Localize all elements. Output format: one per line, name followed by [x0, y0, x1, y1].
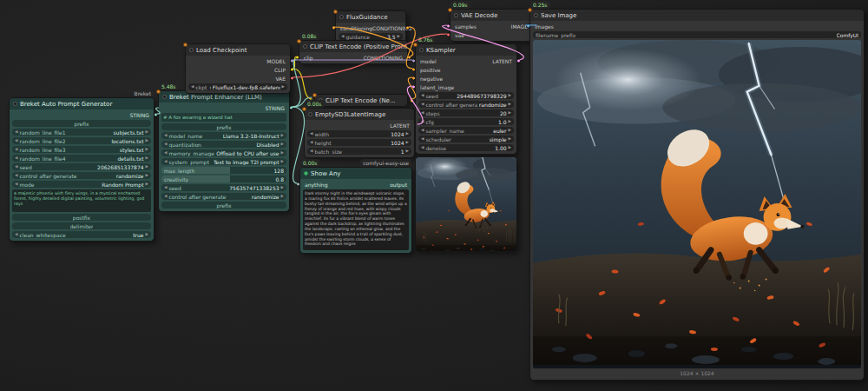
decrement-icon[interactable]: ◀	[421, 101, 424, 108]
widget-row[interactable]: ◀ random_line_file4 details.txt ▶	[12, 155, 151, 162]
decrement-icon[interactable]: ◀	[15, 163, 17, 170]
widget-row[interactable]: ◀ seed 294489673798329 ▶	[418, 92, 514, 99]
node-header[interactable]: Show Any	[300, 168, 411, 179]
node-flux-guidance[interactable]: FluxGuidance conditioning CONDITIONING ◀	[335, 10, 406, 43]
widget-row[interactable]: ◀ quantization Disabled ▶	[161, 141, 286, 148]
widget-row[interactable]: ◀ filename_prefix ComfyUI ▶	[533, 31, 861, 38]
node-header[interactable]: CLIP Text Encode (Ne...	[315, 95, 407, 106]
widget-row[interactable]: ◀ random_line_file2 locations.txt ▶	[12, 137, 151, 144]
widget-row[interactable]: ◀ prefix ▶	[161, 123, 286, 130]
anything-input-port[interactable]	[296, 182, 300, 187]
widget-row[interactable]: ◀ mode Random Prompt ▶	[12, 181, 151, 188]
widget-row[interactable]: ◀ memory_management Offload to CPU after…	[161, 149, 286, 156]
widget-row[interactable]: ◀ control after generate randomize ▶	[418, 101, 514, 108]
increment-icon[interactable]: ▶	[281, 184, 284, 191]
increment-icon[interactable]: ▶	[146, 146, 148, 153]
collapse-toggle-icon[interactable]	[162, 95, 167, 99]
decrement-icon[interactable]: ◀	[15, 181, 17, 188]
latent-output-port[interactable]	[516, 59, 521, 63]
collapse-toggle-icon[interactable]	[339, 15, 344, 19]
increment-icon[interactable]: ▶	[146, 231, 148, 238]
decrement-icon[interactable]: ◀	[164, 132, 167, 139]
images-input-port[interactable]	[526, 24, 530, 29]
decrement-icon[interactable]: ◀	[15, 155, 17, 162]
widget-row[interactable]: ◀ width 1024 ▶	[307, 130, 411, 137]
decrement-icon[interactable]: ◀	[164, 149, 167, 156]
decrement-icon[interactable]: ◀	[164, 184, 167, 191]
node-header[interactable]: FluxGuidance	[336, 11, 405, 23]
node-header[interactable]: CLIP Text Encode (Positive Prompt)	[299, 41, 407, 52]
widget-row[interactable]: ◀ random_line_file3 styles.txt ▶	[12, 146, 151, 153]
prompt-comment[interactable]: # A fox wearing a wizard hat	[161, 113, 286, 122]
increment-icon[interactable]: ▶	[282, 83, 285, 90]
increment-icon[interactable]: ▶	[146, 163, 148, 170]
samples-input-port[interactable]	[446, 24, 450, 29]
node-breket-auto-prompt-generator[interactable]: Breket Breket Auto Prompt Generator STRI…	[9, 97, 155, 242]
decrement-icon[interactable]: ◀	[15, 146, 17, 153]
decrement-icon[interactable]: ◀	[421, 109, 424, 116]
increment-icon[interactable]: ▶	[281, 193, 284, 200]
decrement-icon[interactable]: ◀	[421, 92, 424, 99]
node-show-any[interactable]: 0.00s comfyui-easy-use Show Any anything…	[299, 167, 412, 254]
prompt-textarea[interactable]: a majestic phoenix with fiery wings, in …	[12, 189, 151, 212]
increment-icon[interactable]: ▶	[509, 92, 511, 99]
conditioning-input-port[interactable]	[332, 26, 336, 30]
widget-row[interactable]: ◀ creativity 0.8 ▶	[161, 176, 286, 182]
latent-image-input-port[interactable]	[411, 85, 416, 89]
widget-row[interactable]: ◀ control after generate randomize ▶	[161, 193, 286, 200]
negative-input-port[interactable]	[411, 76, 416, 81]
increment-icon[interactable]: ▶	[146, 137, 148, 144]
node-save-image[interactable]: 0.25s Save Image images ◀ filename_prefi	[529, 9, 865, 381]
increment-icon[interactable]: ▶	[509, 109, 511, 116]
decrement-icon[interactable]: ◀	[15, 172, 17, 179]
increment-icon[interactable]: ▶	[509, 101, 511, 108]
collapse-toggle-icon[interactable]	[419, 48, 424, 52]
workflow-canvas[interactable]: Breket Breket Auto Prompt Generator STRI…	[0, 0, 868, 391]
widget-row[interactable]: ◀ sampler_name euler ▶	[418, 127, 514, 134]
collapse-toggle-icon[interactable]	[303, 44, 307, 49]
collapse-toggle-icon[interactable]	[534, 13, 538, 17]
increment-icon[interactable]: ▶	[406, 148, 409, 155]
node-header[interactable]: KSampler	[416, 44, 516, 56]
node-load-checkpoint[interactable]: Load Checkpoint MODEL CLIP VAE	[185, 43, 291, 94]
node-preview-image[interactable]	[415, 156, 517, 252]
widget-row[interactable]: ◀ system_prompt Text to image T2I prompt…	[161, 158, 286, 165]
widget-row[interactable]: ◀ control after generate randomize ▶	[12, 172, 151, 179]
vae-input-port[interactable]	[446, 33, 450, 37]
decrement-icon[interactable]: ◀	[164, 141, 167, 148]
widget-row[interactable]: ◀ batch_size 1 ▶	[307, 148, 411, 155]
decrement-icon[interactable]: ◀	[15, 231, 17, 238]
node-header[interactable]: VAE Decode	[450, 10, 532, 21]
decrement-icon[interactable]: ◀	[421, 136, 424, 142]
decrement-icon[interactable]: ◀	[421, 118, 424, 125]
clip-output-port[interactable]	[290, 68, 294, 72]
widget-row[interactable]: ◀ seed 756357471338253 ▶	[161, 184, 286, 191]
increment-icon[interactable]: ▶	[281, 141, 284, 148]
increment-icon[interactable]: ▶	[281, 149, 284, 156]
collapse-toggle-icon[interactable]	[319, 98, 323, 103]
widget-row[interactable]: ◀ postfix ▶	[12, 214, 151, 221]
increment-icon[interactable]: ▶	[406, 139, 409, 146]
node-clip-text-encode-negative[interactable]: CLIP Text Encode (Ne...	[314, 94, 408, 106]
decrement-icon[interactable]: ◀	[421, 144, 424, 151]
conditioning-output-port[interactable]	[405, 26, 410, 30]
collapse-toggle-icon[interactable]	[189, 48, 194, 52]
node-header[interactable]: Breket Auto Prompt Generator	[10, 98, 154, 109]
increment-icon[interactable]: ▶	[509, 118, 511, 125]
node-vae-decode[interactable]: 0.09s VAE Decode samples IMAGE	[450, 9, 533, 42]
collapse-toggle-icon[interactable]	[454, 13, 458, 17]
model-output-port[interactable]	[290, 59, 294, 63]
increment-icon[interactable]: ▶	[509, 144, 511, 151]
decrement-icon[interactable]: ◀	[164, 193, 167, 200]
decrement-icon[interactable]: ◀	[310, 130, 312, 137]
decrement-icon[interactable]: ◀	[310, 148, 312, 155]
widget-row[interactable]: ◀ denoise 1.00 ▶	[418, 144, 514, 151]
widget-row[interactable]: ◀ clean_whitespace true ▶	[12, 231, 151, 238]
widget-row[interactable]: ◀ delimiter ▶	[12, 222, 151, 229]
increment-icon[interactable]: ▶	[146, 181, 148, 188]
decrement-icon[interactable]: ◀	[341, 33, 344, 40]
collapse-toggle-icon[interactable]	[304, 171, 308, 176]
widget-row[interactable]: ◀ guidance 3.5 ▶	[339, 33, 403, 40]
string-output-port[interactable]	[289, 106, 293, 110]
collapse-toggle-icon[interactable]	[308, 112, 312, 116]
